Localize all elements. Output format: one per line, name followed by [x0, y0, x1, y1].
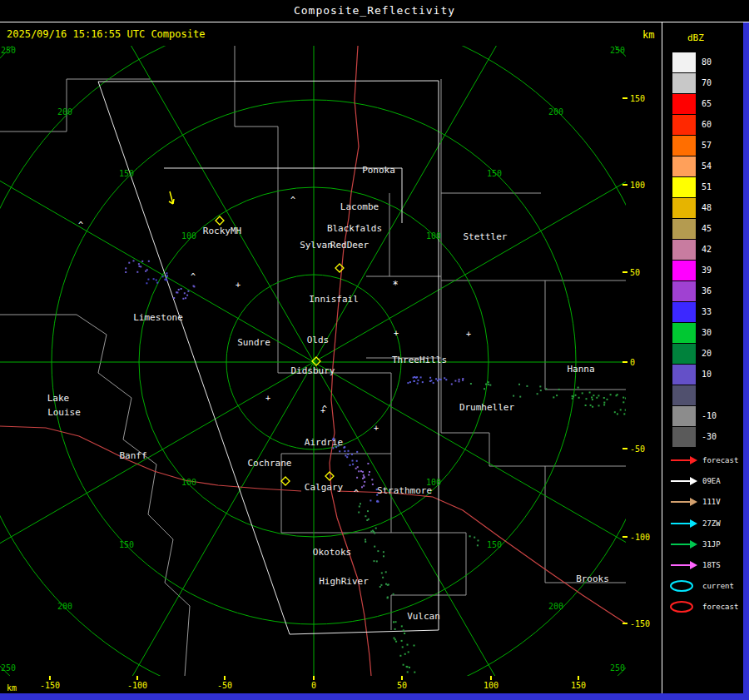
echo-dot [153, 278, 155, 280]
radar-map-canvas[interactable]: 2502001501002502001501001502002501001001… [0, 46, 626, 676]
echo-dot [146, 282, 147, 284]
echo-dot [355, 468, 357, 469]
right-axis-tick: 0 [623, 357, 635, 367]
echo-dot [162, 276, 164, 277]
plus-marker: + [236, 280, 241, 290]
echo-dot [356, 477, 358, 479]
echo-dot [404, 653, 406, 655]
dbz-swatch-label: 65 [702, 99, 712, 108]
track-arrow-icon [669, 454, 699, 467]
legend-symbol-label: current [702, 582, 734, 590]
horizontal-scrollbar[interactable] [0, 693, 749, 700]
echo-dot [556, 395, 558, 396]
city-label: Okotoks [313, 547, 351, 558]
legend-symbol-label: 111V [702, 498, 721, 506]
dbz-swatch-row: 20 [672, 343, 712, 364]
track-arrow-icon [669, 517, 699, 530]
vertical-scrollbar[interactable] [743, 22, 749, 700]
echo-dot [377, 500, 379, 502]
right-axis-tick: 150 [623, 93, 645, 103]
echo-dot [437, 380, 439, 381]
legend-symbol-label: 09EA [702, 477, 721, 485]
echo-dot [358, 470, 360, 472]
dbz-swatch-label: 48 [702, 203, 712, 212]
echo-dot [429, 380, 431, 382]
echo-dot [365, 539, 366, 540]
echo-dot [176, 291, 177, 293]
echo-dot [374, 533, 375, 534]
echo-dot [596, 397, 598, 399]
echo-dot [370, 499, 371, 501]
city-label: Brooks [576, 573, 609, 584]
dbz-swatch-label: 60 [702, 120, 712, 129]
dbz-swatch-row: -30 [672, 426, 717, 447]
dbz-swatch-row: 39 [672, 260, 712, 280]
echo-dot [381, 572, 383, 573]
bottom-axis-unit: km [7, 683, 17, 693]
echo-dot [558, 389, 560, 390]
legend-symbol-18TS: 18TS [669, 559, 721, 572]
echo-dot [367, 510, 369, 512]
dbz-swatch-label: 45 [702, 224, 712, 233]
range-ring-label: 200 [548, 107, 563, 117]
echo-dot [148, 261, 150, 262]
city-label: Innisfail [309, 294, 359, 305]
echo-dot [420, 376, 422, 378]
echo-dot [519, 396, 521, 398]
echo-dot [403, 664, 404, 666]
echo-dot [369, 471, 370, 473]
echo-dot [363, 485, 365, 487]
echo-dot [586, 398, 588, 400]
echo-dot [395, 621, 397, 623]
range-ring-label: 200 [57, 107, 72, 117]
dbz-swatch [672, 261, 696, 280]
echo-dot [346, 456, 348, 458]
dbz-swatch-row: 70 [672, 72, 712, 93]
legend-symbol-current: current [669, 579, 734, 593]
echo-dot [367, 463, 369, 464]
right-axis: 150100500-50-100-150 [623, 46, 662, 676]
bottom-axis-tick: 50 [397, 676, 407, 690]
echo-dot [372, 530, 374, 532]
echo-dot [362, 478, 364, 479]
dbz-swatch [672, 323, 696, 343]
radar-site-icon [281, 477, 290, 485]
right-axis-tick: -50 [623, 444, 645, 454]
bottom-axis: km -150-100-50050100150 [0, 676, 632, 693]
echo-dot [357, 466, 359, 468]
dbz-swatch-row [672, 385, 702, 405]
dbz-swatch [672, 406, 696, 426]
dbz-swatch [672, 198, 696, 218]
legend-symbol-forecast: forecast [669, 600, 738, 613]
city-label: Strathmore [377, 485, 432, 496]
dbz-swatch-label: 54 [702, 161, 712, 171]
echo-dot [537, 393, 538, 395]
title-bar: Composite_Reflectivity [0, 0, 749, 22]
echo-dot [364, 477, 365, 479]
boundary-line [545, 466, 626, 583]
echo-dot [413, 380, 414, 382]
boundary-line [0, 79, 150, 132]
dbz-swatch-label: -30 [702, 432, 717, 441]
echo-dot [617, 413, 618, 415]
echo-dot [478, 539, 479, 541]
city-label: RedDeer [330, 240, 370, 251]
city-label: Banff [119, 450, 146, 461]
dbz-swatch-row: 30 [672, 322, 712, 343]
dbz-swatch-row: 10 [672, 364, 712, 385]
echo-dot [382, 577, 384, 578]
dbz-swatch-label: 57 [702, 141, 712, 150]
dbz-swatch-label: -10 [702, 411, 717, 420]
echo-dot [394, 638, 396, 640]
echo-dot [603, 397, 605, 399]
echo-dot [518, 384, 520, 385]
dbz-swatch [672, 136, 696, 156]
echo-dot [417, 383, 419, 385]
echo-dot [345, 454, 346, 456]
echo-dot [603, 402, 605, 404]
range-ring-label: 200 [548, 602, 563, 611]
echo-dot [187, 290, 189, 292]
legend-symbol-label: 31JP [702, 540, 721, 549]
track-arrow-icon [669, 538, 699, 551]
city-label: Blackfalds [327, 223, 382, 234]
